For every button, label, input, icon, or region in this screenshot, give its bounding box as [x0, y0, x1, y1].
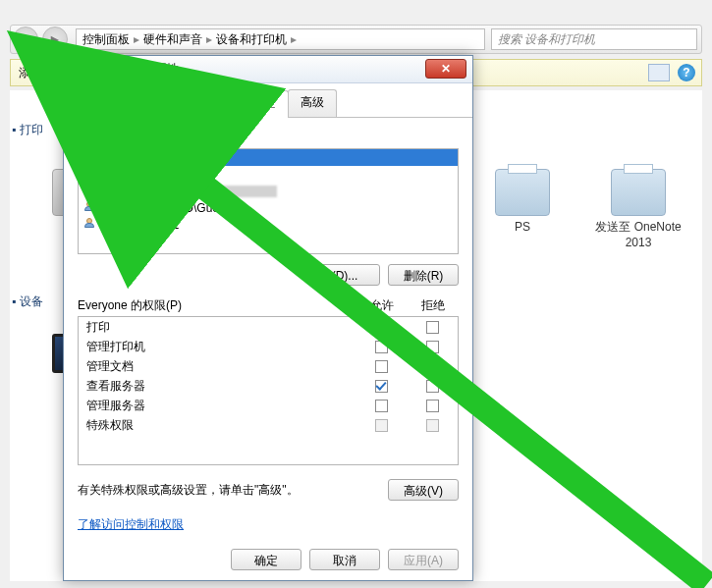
deny-checkbox[interactable]	[426, 360, 439, 373]
col-deny: 拒绝	[408, 297, 459, 314]
printer-icon	[72, 62, 87, 78]
users-listbox[interactable]: Everyone CREATOR OWN Administrat Guests …	[78, 148, 459, 254]
group-icon	[82, 218, 96, 231]
list-item[interactable]: Administrat	[79, 183, 458, 199]
permission-name: 管理打印机	[86, 339, 356, 355]
printer-icon	[611, 169, 666, 216]
printer-item-onenote[interactable]: 发送至 OneNote 2013	[584, 169, 692, 250]
permission-name: 打印	[86, 319, 356, 336]
breadcrumb-item[interactable]: 控制面板	[82, 31, 130, 48]
explorer-toolbar: ◄ ► 控制面板▸ 硬件和声音▸ 设备和打印机▸ 搜索 设备和打印机	[10, 25, 702, 54]
tab-security[interactable]: 安全	[240, 90, 289, 118]
list-item[interactable]: INTERACTIVE	[79, 216, 458, 233]
deny-checkbox[interactable]	[426, 400, 439, 412]
list-item[interactable]: Everyone	[79, 149, 458, 166]
deny-checkbox[interactable]	[426, 419, 439, 432]
permission-name: 管理服务器	[86, 398, 356, 414]
permission-name: 管理文档	[86, 358, 356, 375]
permission-row: 管理文档	[79, 356, 458, 376]
dialog-title: 打印服务器 属性	[93, 61, 179, 78]
allow-checkbox[interactable]	[375, 360, 388, 373]
permissions-listbox[interactable]: 打印管理打印机管理文档查看服务器管理服务器特殊权限	[78, 316, 459, 465]
nav-back-button[interactable]: ◄	[13, 27, 38, 52]
section-printers: 打印	[20, 123, 43, 136]
add-user-button[interactable]: (D)...	[309, 264, 380, 286]
breadcrumb[interactable]: 控制面板▸ 硬件和声音▸ 设备和打印机▸	[76, 28, 485, 50]
printer-item-xps[interactable]: PS	[468, 169, 576, 236]
tab-advanced[interactable]: 高级	[288, 89, 337, 117]
tab-strip: 表单 端口 驱动程序 安全 高级	[64, 83, 472, 118]
titlebar[interactable]: 打印服务器 属性 ✕	[64, 56, 472, 83]
search-input[interactable]: 搜索 设备和打印机	[491, 28, 697, 50]
add-device-label[interactable]: 添加设	[19, 65, 54, 81]
redacted	[169, 186, 277, 197]
help-icon[interactable]: ?	[678, 64, 695, 81]
permission-row: 管理打印机	[79, 337, 458, 356]
search-placeholder: 搜索 设备和打印机	[498, 31, 595, 48]
tab-ports[interactable]: 端口	[120, 89, 169, 117]
group-icon	[82, 168, 96, 181]
breadcrumb-item[interactable]: 设备和打印机	[216, 31, 287, 48]
permission-row: 管理服务器	[79, 396, 458, 415]
print-server-properties-dialog: 打印服务器 属性 ✕ 表单 端口 驱动程序 安全 高级 组或用户名(G)： Ev…	[63, 55, 473, 581]
group-icon	[82, 201, 96, 214]
permission-row: 打印	[79, 317, 458, 337]
cancel-button[interactable]: 取消	[309, 549, 380, 570]
allow-checkbox[interactable]	[375, 400, 388, 412]
groups-label: 组或用户名(G)：	[78, 128, 459, 144]
group-icon	[82, 185, 96, 197]
tab-drivers[interactable]: 驱动程序	[168, 89, 241, 117]
close-button[interactable]: ✕	[425, 59, 466, 79]
breadcrumb-item[interactable]: 硬件和声音	[143, 31, 202, 48]
deny-checkbox[interactable]	[426, 380, 439, 393]
deny-checkbox[interactable]	[426, 341, 439, 353]
user-icon	[82, 151, 96, 164]
allow-checkbox[interactable]	[375, 321, 388, 334]
advanced-button[interactable]: 高级(V)	[388, 479, 459, 501]
section-devices: 设备	[20, 294, 43, 308]
allow-checkbox[interactable]	[375, 380, 388, 393]
nav-forward-button[interactable]: ►	[42, 27, 68, 52]
hint-text: 有关特殊权限或高级设置，请单击"高级"。	[78, 482, 388, 499]
ok-button[interactable]: 确定	[231, 549, 301, 570]
permission-name: 特殊权限	[86, 417, 356, 434]
deny-checkbox[interactable]	[426, 321, 439, 334]
list-item[interactable]: CREATOR OWN	[79, 166, 458, 183]
permissions-label: Everyone 的权限(P)	[78, 297, 356, 314]
permission-name: 查看服务器	[86, 378, 356, 395]
list-item[interactable]: Guests (USER ID\Guests)	[79, 199, 458, 216]
allow-checkbox[interactable]	[375, 341, 388, 353]
permission-row: 特殊权限	[79, 415, 458, 435]
learn-acl-link[interactable]: 了解访问控制和权限	[78, 516, 184, 533]
allow-checkbox[interactable]	[375, 419, 388, 432]
tab-forms[interactable]: 表单	[72, 89, 121, 117]
permission-row: 查看服务器	[79, 376, 458, 396]
printer-icon	[495, 169, 550, 216]
remove-user-button[interactable]: 删除(R)	[388, 264, 459, 286]
col-allow: 允许	[356, 297, 408, 314]
apply-button[interactable]: 应用(A)	[388, 549, 459, 570]
view-options-button[interactable]	[648, 64, 670, 81]
